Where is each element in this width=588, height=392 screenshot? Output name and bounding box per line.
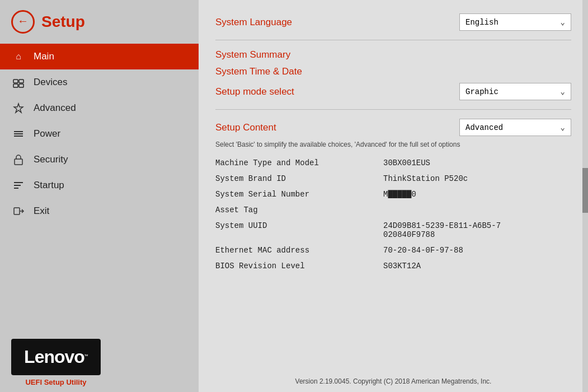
sidebar-header: ← Setup <box>0 0 199 44</box>
sidebar-item-main[interactable]: ⌂ Main <box>0 44 199 69</box>
setup-content-dropdown[interactable]: Advanced ⌄ <box>459 119 571 136</box>
svg-rect-2 <box>13 84 18 87</box>
setup-mode-dropdown[interactable]: Graphic ⌄ <box>459 83 571 100</box>
sidebar-item-security[interactable]: Security <box>0 147 199 172</box>
chevron-down-icon: ⌄ <box>561 17 565 27</box>
brand-id-key: System Brand ID <box>215 174 383 183</box>
back-button[interactable]: ← <box>11 10 35 34</box>
exit-icon <box>11 204 26 218</box>
setup-content-row: Setup Content Advanced ⌄ <box>215 119 571 136</box>
sidebar-item-exit-label: Exit <box>34 206 49 217</box>
chevron-down-icon-2: ⌄ <box>561 87 565 96</box>
main-content: System Language English ⌄ System Summary… <box>199 0 588 392</box>
asset-tag-key: Asset Tag <box>215 206 383 214</box>
back-arrow-icon: ← <box>20 16 26 27</box>
svg-rect-3 <box>19 84 23 87</box>
machine-type-val: 30BX001EUS <box>383 158 430 167</box>
home-icon: ⌂ <box>11 49 26 64</box>
footer-text: Version 2.19.0045. Copyright (C) 2018 Am… <box>199 377 588 385</box>
system-language-label: System Language <box>215 17 292 28</box>
setup-content-hint: Select 'Basic' to simplify the available… <box>215 141 571 148</box>
system-language-value: English <box>465 18 498 27</box>
serial-number-row: System Serial Number M█████0 <box>215 190 571 199</box>
svg-rect-0 <box>13 80 18 83</box>
machine-type-row: Machine Type and Model 30BX001EUS <box>215 158 571 167</box>
divider-1 <box>215 40 571 40</box>
asset-tag-row: Asset Tag <box>215 206 571 214</box>
brand-id-val: ThinkStation P520c <box>383 174 468 183</box>
system-language-dropdown[interactable]: English ⌄ <box>459 13 571 31</box>
brand-id-row: System Brand ID ThinkStation P520c <box>215 174 571 183</box>
lenovo-tm: ™ <box>84 354 88 360</box>
sidebar-item-power[interactable]: Power <box>0 121 199 147</box>
sidebar-bottom: Lenovo™ UEFI Setup Utility <box>0 330 199 392</box>
sidebar-item-devices[interactable]: Devices <box>0 69 199 95</box>
mac-val: 70-20-84-0F-97-88 <box>383 246 463 255</box>
chevron-down-icon-3: ⌄ <box>561 123 565 132</box>
devices-icon <box>11 75 26 90</box>
advanced-icon <box>11 101 26 115</box>
power-icon <box>11 127 26 141</box>
uuid-key: System UUID <box>215 221 383 230</box>
setup-content-value: Advanced <box>465 123 503 132</box>
machine-type-key: Machine Type and Model <box>215 158 383 167</box>
lenovo-wordmark: Lenovo <box>24 347 84 367</box>
divider-2 <box>215 109 571 110</box>
setup-mode-row: Setup mode select Graphic ⌄ <box>215 83 571 100</box>
svg-rect-7 <box>15 159 22 165</box>
sidebar-item-devices-label: Devices <box>34 77 67 88</box>
sidebar-item-advanced-label: Advanced <box>34 102 76 114</box>
lock-icon <box>11 152 26 167</box>
system-summary-link[interactable]: System Summary <box>215 49 571 60</box>
sidebar-item-main-label: Main <box>34 51 54 62</box>
system-language-row: System Language English ⌄ <box>215 13 571 31</box>
bios-val: S03KT12A <box>383 262 421 270</box>
bios-row: BIOS Revision Level S03KT12A <box>215 262 571 270</box>
uuid-val: 24D09B81-5239-E811-A6B5-7020840F9788 <box>383 221 501 239</box>
setup-content-label: Setup Content <box>215 122 276 133</box>
uuid-row: System UUID 24D09B81-5239-E811-A6B5-7020… <box>215 221 571 239</box>
sidebar-item-startup-label: Startup <box>34 180 64 191</box>
serial-number-val: M█████0 <box>383 190 416 199</box>
scrollbar-thumb[interactable] <box>582 168 588 213</box>
sidebar: ← Setup ⌂ Main Devices Advanced <box>0 0 199 392</box>
sidebar-item-exit[interactable]: Exit <box>0 198 199 224</box>
sidebar-item-advanced[interactable]: Advanced <box>0 95 199 121</box>
sidebar-item-startup[interactable]: Startup <box>0 172 199 198</box>
uefi-label: UEFI Setup Utility <box>11 378 101 386</box>
startup-icon <box>11 178 26 193</box>
setup-mode-label: Setup mode select <box>215 86 294 97</box>
sidebar-item-power-label: Power <box>34 128 60 139</box>
serial-number-key: System Serial Number <box>215 190 383 199</box>
mac-key: Ethernet MAC address <box>215 246 383 255</box>
svg-rect-11 <box>14 208 20 214</box>
bios-key: BIOS Revision Level <box>215 262 383 270</box>
mac-row: Ethernet MAC address 70-20-84-0F-97-88 <box>215 246 571 255</box>
setup-title: Setup <box>41 13 85 31</box>
sidebar-item-security-label: Security <box>34 154 68 165</box>
scrollbar-track[interactable] <box>582 0 588 392</box>
setup-mode-value: Graphic <box>465 87 498 96</box>
svg-rect-1 <box>19 80 23 83</box>
lenovo-logo: Lenovo™ <box>11 339 101 375</box>
system-time-date-link[interactable]: System Time & Date <box>215 66 571 77</box>
